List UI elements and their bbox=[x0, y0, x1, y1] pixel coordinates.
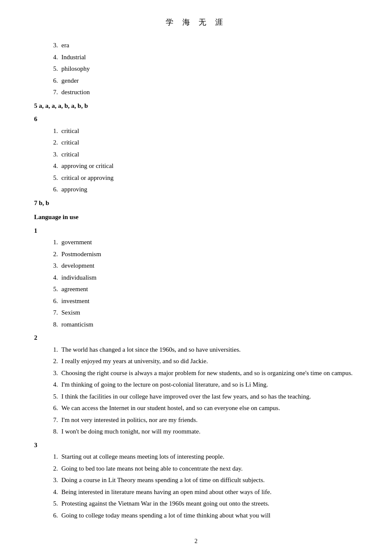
list-item: 4. Being interested in literature means … bbox=[48, 487, 358, 498]
list-num: 7. bbox=[48, 415, 61, 426]
section-6-header: 6 bbox=[34, 114, 358, 125]
section-5: 5 a, a, a, a, b, a, b, b bbox=[34, 101, 358, 112]
list-item: 4. Industrial bbox=[48, 52, 358, 63]
list-num: 4. bbox=[48, 161, 61, 172]
list-text: We can access the Internet in our studen… bbox=[61, 403, 358, 414]
liu-section-2-label: 2 bbox=[34, 334, 37, 341]
list-text: Going to college today means spending a … bbox=[61, 510, 358, 521]
list-text: Choosing the right course is always a ma… bbox=[61, 368, 358, 379]
list-text: investment bbox=[61, 296, 358, 307]
liu-section-1-list: 1. government 2. Postmodernism 3. develo… bbox=[34, 237, 358, 330]
list-item: 7. Sexism bbox=[48, 307, 358, 318]
list-text: approving bbox=[61, 184, 358, 195]
list-text: I think the facilities in our college ha… bbox=[61, 391, 358, 402]
page-footer: 2 bbox=[34, 538, 358, 545]
list-text: critical or approving bbox=[61, 173, 358, 184]
list-num: 3. bbox=[48, 149, 61, 160]
list-num: 4. bbox=[48, 52, 61, 63]
list-num: 6. bbox=[48, 403, 61, 414]
list-text: philosophy bbox=[61, 64, 358, 75]
list-item: 6. Going to college today means spending… bbox=[48, 510, 358, 521]
list-num: 6. bbox=[48, 184, 61, 195]
page-number: 2 bbox=[195, 538, 198, 544]
list-text: Postmodernism bbox=[61, 249, 358, 260]
list-num: 2. bbox=[48, 463, 61, 474]
list-item: 6. approving bbox=[48, 184, 358, 195]
main-content: 3. era 4. Industrial 5. philosophy 6. ge… bbox=[34, 40, 358, 521]
list-item: 3. Choosing the right course is always a… bbox=[48, 368, 358, 379]
list-text: I won't be doing much tonight, nor will … bbox=[61, 426, 358, 437]
header-title: 学 海 无 涯 bbox=[166, 18, 226, 26]
top-list: 3. era 4. Industrial 5. philosophy 6. ge… bbox=[34, 40, 358, 98]
list-item: 3. era bbox=[48, 40, 358, 51]
list-text: Starting out at college means meeting lo… bbox=[61, 451, 358, 462]
list-item: 5. Protesting against the Vietnam War in… bbox=[48, 498, 358, 509]
list-num: 3. bbox=[48, 475, 61, 486]
list-item: 2. Going to bed too late means not being… bbox=[48, 463, 358, 474]
list-item: 2. critical bbox=[48, 137, 358, 148]
liu-section-1-header: 1 bbox=[34, 225, 358, 237]
list-text: critical bbox=[61, 149, 358, 160]
list-num: 2. bbox=[48, 356, 61, 367]
liu-section-3-header: 3 bbox=[34, 440, 358, 451]
list-item: 6. gender bbox=[48, 75, 358, 87]
list-num: 4. bbox=[48, 379, 61, 390]
list-num: 1. bbox=[48, 237, 61, 248]
list-num: 8. bbox=[48, 426, 61, 437]
list-num: 5. bbox=[48, 64, 61, 75]
list-text: era bbox=[61, 40, 358, 51]
liu-section-2-header: 2 bbox=[34, 332, 358, 344]
list-num: 1. bbox=[48, 344, 61, 356]
list-text: individualism bbox=[61, 272, 358, 283]
list-num: 4. bbox=[48, 272, 61, 283]
list-num: 5. bbox=[48, 498, 61, 509]
list-num: 6. bbox=[48, 75, 61, 87]
section-7-text: b, b bbox=[37, 199, 49, 206]
liu-section-3-label: 3 bbox=[34, 442, 37, 448]
language-in-use-header: Language in use bbox=[34, 212, 358, 223]
list-text: Doing a course in Lit Theory means spend… bbox=[61, 475, 358, 486]
list-num: 7. bbox=[48, 87, 61, 98]
list-num: 3. bbox=[48, 40, 61, 51]
list-item: 4. I'm thinking of going to the lecture … bbox=[48, 379, 358, 390]
list-text: Going to bed too late means not being ab… bbox=[61, 463, 358, 474]
list-num: 6. bbox=[48, 510, 61, 521]
list-text: Being interested in literature means hav… bbox=[61, 487, 358, 498]
section-6-label: 6 bbox=[34, 116, 37, 122]
section-7-label: 7 bbox=[34, 199, 37, 206]
list-item: 8. romanticism bbox=[48, 319, 358, 330]
list-num: 3. bbox=[48, 368, 61, 379]
list-num: 1. bbox=[48, 451, 61, 462]
list-item: 2. I really enjoyed my years at universi… bbox=[48, 356, 358, 367]
list-num: 7. bbox=[48, 307, 61, 318]
list-num: 4. bbox=[48, 487, 61, 498]
list-item: 5. I think the facilities in our college… bbox=[48, 391, 358, 402]
list-text: romanticism bbox=[61, 319, 358, 330]
page-header: 学 海 无 涯 bbox=[34, 17, 358, 27]
language-in-use-title: Language in use bbox=[34, 214, 78, 220]
list-text: The world has changed a lot since the 19… bbox=[61, 344, 358, 356]
list-num: 2. bbox=[48, 137, 61, 148]
list-num: 5. bbox=[48, 391, 61, 402]
list-item: 7. destruction bbox=[48, 87, 358, 98]
list-num: 6. bbox=[48, 296, 61, 307]
section-5-text: a, a, a, a, b, a, b, b bbox=[37, 102, 88, 109]
list-item: 1. The world has changed a lot since the… bbox=[48, 344, 358, 356]
list-item: 8. I won't be doing much tonight, nor wi… bbox=[48, 426, 358, 437]
list-item: 5. philosophy bbox=[48, 64, 358, 75]
list-text: government bbox=[61, 237, 358, 248]
list-item: 2. Postmodernism bbox=[48, 249, 358, 260]
list-num: 5. bbox=[48, 284, 61, 295]
list-item: 4. individualism bbox=[48, 272, 358, 283]
list-num: 1. bbox=[48, 126, 61, 137]
list-item: 3. Doing a course in Lit Theory means sp… bbox=[48, 475, 358, 486]
liu-section-3-list: 1. Starting out at college means meeting… bbox=[34, 451, 358, 521]
list-text: agreement bbox=[61, 284, 358, 295]
list-text: I really enjoyed my years at university,… bbox=[61, 356, 358, 367]
list-item: 1. government bbox=[48, 237, 358, 248]
list-text: Sexism bbox=[61, 307, 358, 318]
list-text: destruction bbox=[61, 87, 358, 98]
list-text: development bbox=[61, 260, 358, 272]
section-6-list: 1. critical 2. critical 3. critical 4. a… bbox=[34, 126, 358, 195]
list-item: 6. investment bbox=[48, 296, 358, 307]
